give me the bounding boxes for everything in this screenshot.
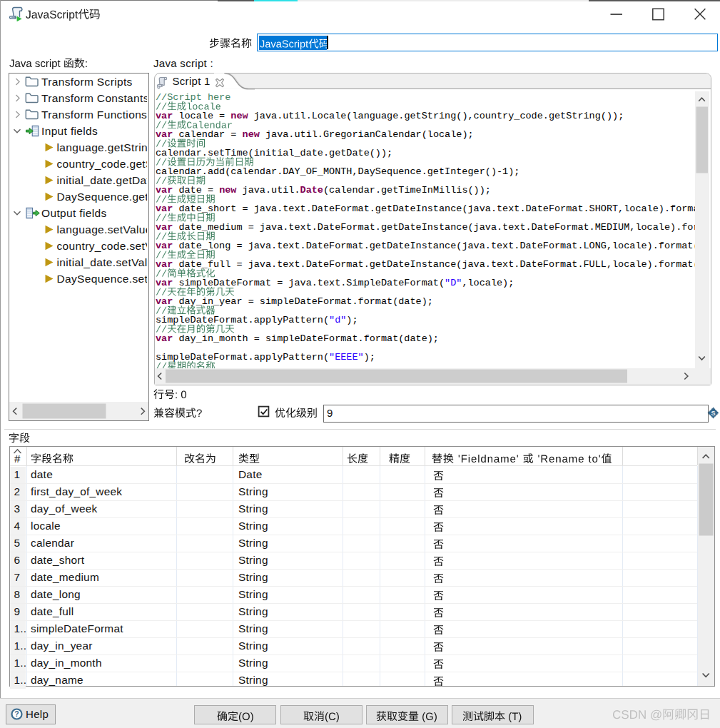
svg-text:?: ? (14, 709, 19, 718)
svg-text:S: S (711, 410, 715, 417)
